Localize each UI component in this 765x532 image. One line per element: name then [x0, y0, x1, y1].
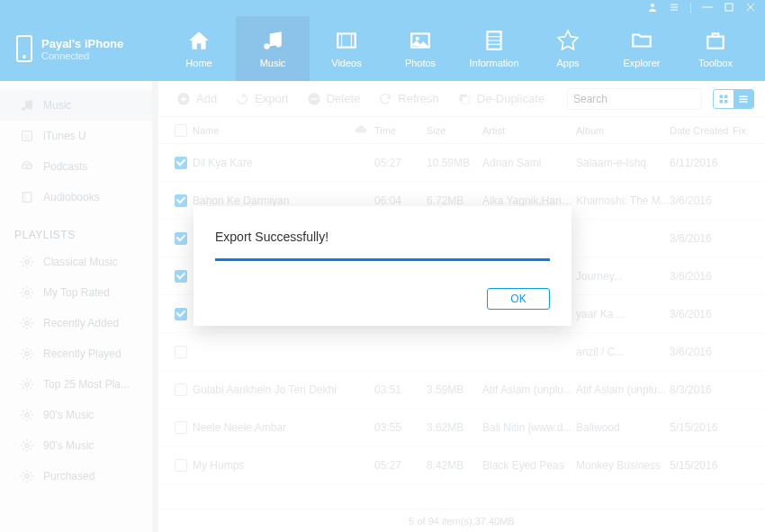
modal-overlay: Export Successfully! OK — [0, 0, 765, 532]
export-dialog: Export Successfully! OK — [194, 206, 572, 326]
dialog-title: Export Successfully! — [215, 230, 550, 244]
progress-bar — [215, 258, 550, 261]
ok-button[interactable]: OK — [487, 288, 550, 310]
